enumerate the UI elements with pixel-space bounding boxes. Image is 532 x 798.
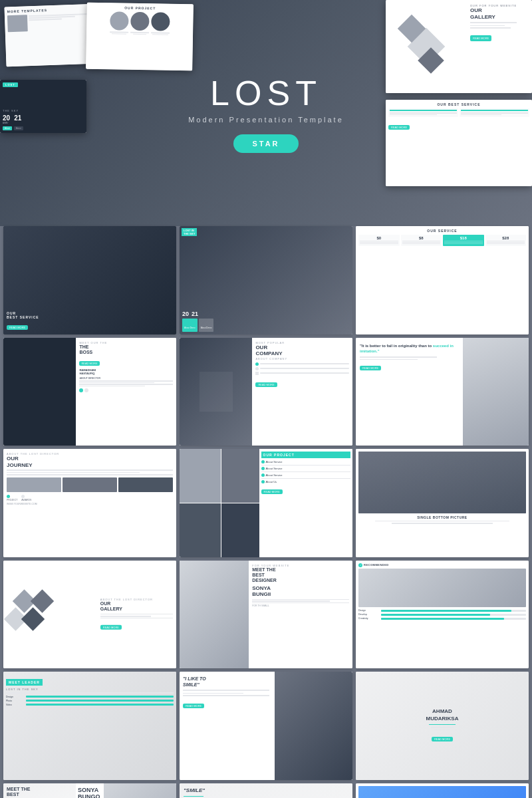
slide-grid: OURBEST SERVICE READ MORE LOST INTHE SKY… <box>0 226 532 798</box>
slide-meet-best-designer-top[interactable]: MEET THEBESTDESIGNER SONYABUNGO <box>3 783 176 799</box>
slide-our-portfolio[interactable]: OURPOTHOPOILO READ MORE <box>356 783 529 799</box>
slide-i-like-to-smile[interactable]: "I LIKE TOSMILE" READ MORE <box>180 672 352 780</box>
slide-our-journey[interactable]: ABOUT THE LOST DIRECTOR OURJOURNEY PROJE… <box>3 449 176 557</box>
scattered-card-1: MORE TEMPLATES <box>4 4 99 67</box>
hero-subtitle: Modern Presentation Template <box>188 116 344 124</box>
slide-our-project-2[interactable]: OUR PROJECT About Service About Service <box>180 449 352 557</box>
slide-our-best-service[interactable]: OURBEST SERVICE READ MORE <box>3 226 176 334</box>
slide-our-company[interactable]: MOST POPULAR OURCOMPANY ABOUT COMPANY RE… <box>180 338 352 446</box>
slide-meet-leader[interactable]: MEET LEADER LOST IN THE SKY Design Photo… <box>3 672 176 780</box>
slide-recommended[interactable]: ✓ RECOMMENDED Design Develop Creativity <box>356 561 529 669</box>
scattered-card-5: OUR BEST SERVICE READ MORE <box>386 100 532 186</box>
slide-meet-designer-3[interactable]: FOR YOUR WEBSITE MEET THEBESTDESIGNER SO… <box>180 561 352 669</box>
slide-lost-sky-scatter[interactable]: LOST INTHE SKY 20 21 About Demo About De… <box>180 226 352 334</box>
scattered-card-3: OUR FOR YOUR WEBSITE OURGALLERY READ MOR… <box>386 0 532 93</box>
slide-quote[interactable]: "It is better to fail in originality tha… <box>356 338 529 446</box>
hero-star-button[interactable]: STAR <box>233 134 298 153</box>
hero-section: MORE TEMPLATES OUR PROJECT <box>0 0 532 226</box>
hero-title-block: LOST Modern Presentation Template <box>188 73 344 124</box>
slide-single-bottom-picture[interactable]: SINGLE BOTTOM PICTURE <box>356 449 529 557</box>
slide-meet-boss[interactable]: MEET OUR THE THEBOSS READ MORE RAMADHANI… <box>3 338 176 446</box>
slide-smile-top-quote[interactable]: "SMILE" READ MORE <box>180 783 352 799</box>
hero-title: LOST <box>188 73 344 113</box>
slide-our-gallery-2[interactable]: ABOUT THE LOST DIRECTOR OURGALLERY READ … <box>3 561 176 669</box>
slide-ahmad-mudariksa[interactable]: AHMADMUDARIKSA READ MORE <box>356 672 529 780</box>
slide-service-pricing-top[interactable]: OUR SERVICE $0 $8 $18 <box>356 226 529 334</box>
scattered-card-2: OUR PROJECT <box>86 3 194 71</box>
scattered-card-4: LOST THE SKY 20 AWAY 21 About <box>0 80 86 133</box>
